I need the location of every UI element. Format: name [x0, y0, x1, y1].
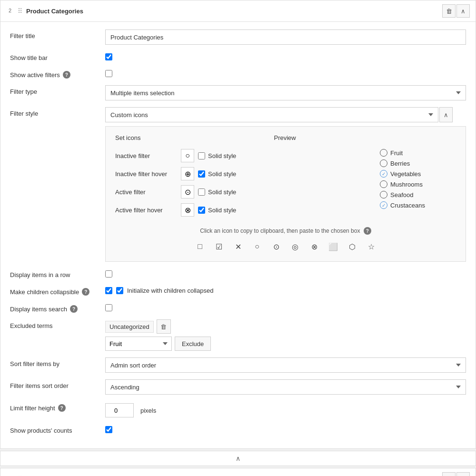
active-filter-hover-solid-checkbox[interactable] — [198, 207, 205, 214]
preview-label-vegetables: Vegetables — [390, 170, 421, 178]
show-active-filters-label: Show active filters ? — [10, 68, 105, 79]
preview-item-vegetables: ✓ Vegetables — [380, 170, 456, 178]
preview-label-berries: Berries — [390, 160, 410, 167]
filter-items-sort-label: Filter items sort order — [10, 379, 105, 389]
active-filter-solid-label: Solid style — [208, 188, 236, 196]
icon-pick-target[interactable]: ◎ — [288, 239, 302, 254]
sort-filter-items-row: Sort filter items by Admin sort order Na… — [10, 357, 466, 373]
show-products-counts-row: Show products' counts — [10, 424, 466, 434]
show-active-filters-control — [105, 68, 466, 77]
inactive-filter-icon-btn[interactable]: ○ — [181, 149, 194, 162]
set-icons-label: Set icons — [115, 134, 140, 141]
limit-filter-height-help-icon[interactable]: ? — [58, 404, 66, 412]
show-title-bar-checkbox[interactable] — [105, 53, 112, 60]
filter-items-sort-control: Ascending Descending — [105, 379, 466, 395]
active-filter-hover-label: Active filter hover — [115, 207, 177, 214]
limit-filter-height-label: Limit filter height ? — [10, 401, 105, 412]
products-price-filter-section: 3 ⠿ Products Price Filter 🗑 ∨ — [0, 468, 476, 476]
icon-pick-check-circle[interactable]: ⊙ — [269, 239, 283, 254]
filter-style-label: Filter style — [10, 107, 105, 117]
icons-panel-header: Set icons Preview — [115, 134, 456, 141]
display-items-search-help-icon[interactable]: ? — [70, 305, 78, 313]
initialize-collapsed-label: Initialize with children collapsed — [127, 287, 213, 294]
show-products-counts-checkbox[interactable] — [105, 426, 112, 433]
make-children-collapsible-help-icon[interactable]: ? — [82, 288, 89, 296]
icon-config-rows: Inactive filter ○ Solid style Ina — [115, 149, 361, 221]
excluded-terms-control: Uncategorized 🗑 Fruit Berries Vegetables… — [105, 319, 466, 351]
section-number: 2 — [6, 8, 14, 14]
icon-pick-folder-open[interactable]: ⬡ — [345, 239, 359, 254]
delete-button[interactable]: 🗑 — [442, 4, 456, 18]
clipboard-help-icon[interactable]: ? — [364, 227, 371, 235]
filter-style-row: Filter style Custom icons Checkbox Radio… — [10, 107, 466, 268]
limit-filter-height-control: pixels — [105, 401, 466, 417]
preview-icon-vegetables: ✓ — [380, 170, 387, 178]
active-filter-row: Active filter ⊙ Solid style — [115, 185, 361, 198]
display-items-search-row: Display items search ? — [10, 302, 466, 313]
show-active-filters-row: Show active filters ? — [10, 68, 466, 79]
preview-item-seafood: Seafood — [380, 191, 456, 198]
display-items-search-checkbox[interactable] — [105, 304, 112, 311]
filter-style-select[interactable]: Custom icons Checkbox Radio Label — [105, 107, 438, 122]
filter-style-select-wrap: Custom icons Checkbox Radio Label ∧ — [105, 107, 466, 122]
inactive-filter-solid-checkbox[interactable] — [198, 152, 205, 159]
display-items-search-control — [105, 302, 466, 311]
exclude-button[interactable]: Exclude — [175, 337, 211, 351]
inactive-filter-hover-row: Inactive filter hover ⊕ Solid style — [115, 167, 361, 180]
section-actions: 🗑 ∧ — [442, 4, 470, 18]
inactive-filter-label: Inactive filter — [115, 152, 177, 159]
icons-panel: Set icons Preview Inactive filter ○ — [105, 126, 466, 262]
active-filter-solid-wrap: Solid style — [198, 188, 236, 196]
preview-icon-mushrooms — [380, 180, 387, 188]
preview-label: Preview — [274, 134, 296, 141]
excluded-term-delete-button[interactable]: 🗑 — [157, 319, 171, 334]
inactive-filter-hover-solid-checkbox[interactable] — [198, 170, 205, 178]
filter-title-row: Filter title Product Categories — [10, 30, 466, 45]
filter-items-sort-select[interactable]: Ascending Descending — [105, 379, 466, 395]
inactive-filter-hover-label: Inactive filter hover — [115, 170, 177, 178]
preview-icon-crustaceans: ✓ — [380, 201, 387, 209]
drag-handle[interactable]: ⠿ — [18, 7, 22, 15]
make-children-collapsible-checkbox[interactable] — [105, 287, 112, 294]
collapse-button[interactable]: ∧ — [456, 4, 470, 18]
preview-icon-seafood — [380, 191, 387, 198]
section-header: 2 ⠿ Product Categories 🗑 ∧ — [0, 0, 476, 22]
filter-title-control: Product Categories — [105, 30, 466, 45]
sort-filter-items-label: Sort filter items by — [10, 357, 105, 367]
sort-filter-items-control: Admin sort order Name Count — [105, 357, 466, 373]
inactive-filter-hover-icon-btn[interactable]: ⊕ — [181, 167, 194, 180]
icon-pick-checkmark[interactable]: ☑ — [212, 239, 226, 254]
section2-collapse-button[interactable]: ∨ — [456, 472, 470, 476]
show-active-filters-help-icon[interactable]: ? — [63, 71, 70, 79]
filter-title-input[interactable]: Product Categories — [105, 30, 466, 45]
display-items-search-label: Display items search ? — [10, 302, 105, 313]
display-items-row-row: Display items in a row — [10, 268, 466, 278]
exclude-select[interactable]: Fruit Berries Vegetables Mushrooms Seafo… — [105, 337, 172, 351]
icon-pick-circle[interactable]: ○ — [250, 239, 264, 254]
icon-pick-star[interactable]: ☆ — [364, 239, 378, 254]
filter-style-collapse-button[interactable]: ∧ — [439, 107, 453, 122]
section2-header: 3 ⠿ Products Price Filter 🗑 ∨ — [0, 468, 476, 476]
filter-type-select[interactable]: Multiple items selection Single item sel… — [105, 85, 466, 100]
collapse-bar[interactable]: ∧ — [0, 451, 476, 466]
icon-pick-x[interactable]: ✕ — [231, 239, 245, 254]
active-filter-hover-icon-btn[interactable]: ⊗ — [181, 203, 194, 217]
preview-item-berries: Berries — [380, 159, 456, 167]
section2-delete-button[interactable]: 🗑 — [442, 472, 456, 476]
inactive-filter-row: Inactive filter ○ Solid style — [115, 149, 361, 162]
display-items-row-label: Display items in a row — [10, 268, 105, 278]
display-items-row-checkbox[interactable] — [105, 270, 112, 278]
active-filter-icon-btn[interactable]: ⊙ — [181, 185, 194, 198]
active-filter-solid-checkbox[interactable] — [198, 188, 205, 196]
make-children-collapsible-control: Initialize with children collapsed — [105, 285, 466, 294]
show-active-filters-checkbox[interactable] — [105, 70, 112, 77]
limit-filter-height-input[interactable] — [105, 403, 134, 417]
sort-filter-items-select[interactable]: Admin sort order Name Count — [105, 357, 466, 373]
icon-pick-x-circle[interactable]: ⊗ — [307, 239, 321, 254]
clipboard-hint: Click an icon to copy to clipboard, then… — [115, 227, 456, 235]
icon-pick-square[interactable]: □ — [193, 239, 207, 254]
icon-pick-folder[interactable]: ⬜ — [326, 239, 340, 254]
preview-item-fruit: Fruit — [380, 149, 456, 157]
preview-label-seafood: Seafood — [390, 191, 413, 198]
initialize-collapsed-checkbox[interactable] — [116, 287, 123, 294]
